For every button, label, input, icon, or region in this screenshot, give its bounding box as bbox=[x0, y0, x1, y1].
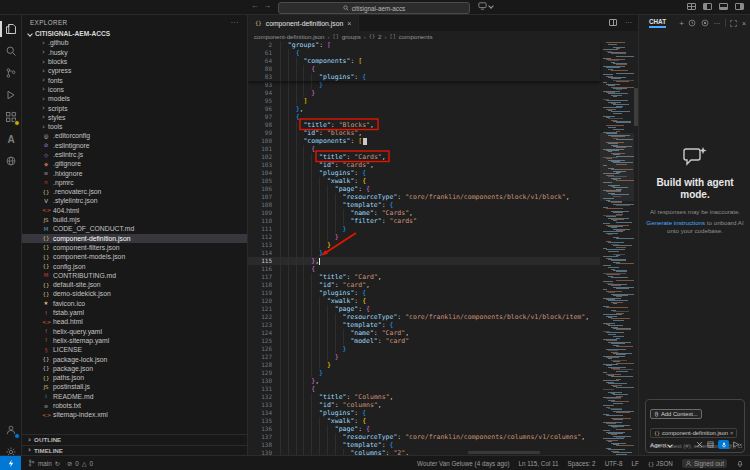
tree-file-package-lock.json[interactable]: {}package-lock.json bbox=[22, 354, 247, 363]
tree-folder-fonts[interactable]: ›fonts bbox=[22, 75, 247, 84]
close-panel-icon[interactable]: × bbox=[742, 20, 746, 27]
code-line-2[interactable]: 2"groups": [ bbox=[248, 41, 600, 49]
accounts-icon[interactable] bbox=[0, 420, 22, 440]
tree-file-CONTRIBUTING.md[interactable]: MCONTRIBUTING.md bbox=[22, 271, 247, 280]
code-line-98[interactable]: 98"title": "Blocks", bbox=[248, 121, 600, 129]
code-line-110[interactable]: 110"filter": "cards" bbox=[248, 217, 600, 225]
tree-file-sitemap-index.xml[interactable]: <>sitemap-index.xml bbox=[22, 410, 247, 419]
tree-file-component-models.json[interactable]: {}component-models.json bbox=[22, 252, 247, 261]
code-line-108[interactable]: 108"template": { bbox=[248, 201, 600, 209]
minimap-viewport[interactable] bbox=[600, 133, 634, 201]
code-line-114[interactable]: 114} bbox=[248, 249, 600, 257]
code-line-130[interactable]: 130}, bbox=[248, 377, 600, 385]
code-line-101[interactable]: 101{ bbox=[248, 145, 600, 153]
branch-status[interactable]: main ↻ bbox=[28, 459, 60, 467]
tree-file-LICENSE[interactable]: §LICENSE bbox=[22, 345, 247, 354]
code-line-116[interactable]: 116{ bbox=[248, 265, 600, 273]
blame-status[interactable]: Wouter Van Geluwe (4 days ago) bbox=[417, 460, 510, 467]
tree-folder-tools[interactable]: ›tools bbox=[22, 122, 247, 131]
add-context-button[interactable]: Add Context... bbox=[650, 409, 702, 419]
tree-file-default-site.json[interactable]: {}default-site.json bbox=[22, 280, 247, 289]
code-line-131[interactable]: 131{ bbox=[248, 385, 600, 393]
code-line-80[interactable]: 80{ bbox=[248, 65, 600, 73]
signed-out-status[interactable]: Signed out bbox=[682, 459, 727, 468]
tree-file-robots.txt[interactable]: ≡robots.txt bbox=[22, 401, 247, 410]
tree-file-component-filters.json[interactable]: {}component-filters.json bbox=[22, 243, 247, 252]
code-line-104[interactable]: 104"plugins": { bbox=[248, 169, 600, 177]
tree-file-.eslintrc.js[interactable]: ◇.eslintrc.js bbox=[22, 150, 247, 159]
code-line-100[interactable]: 100"components": [ bbox=[248, 137, 600, 145]
new-chat-icon[interactable]: + bbox=[679, 19, 684, 28]
tree-file-component-definition.json[interactable]: {}component-definition.json bbox=[22, 234, 247, 243]
code-line-127[interactable]: 127} bbox=[248, 353, 600, 361]
breadcrumb-item[interactable]: component-definition.json bbox=[254, 33, 325, 40]
code-line-61[interactable]: 61{ bbox=[248, 49, 600, 57]
code-line-117[interactable]: 117"title": "Card", bbox=[248, 273, 600, 281]
remote-explorer-activity-icon[interactable] bbox=[0, 151, 22, 171]
code-line-132[interactable]: 132"title": "Columns", bbox=[248, 393, 600, 401]
eol-status[interactable]: LF bbox=[631, 460, 638, 467]
chat-history-icon[interactable] bbox=[688, 19, 696, 27]
code-line-129[interactable]: 129} bbox=[248, 369, 600, 377]
tree-folder-blocks[interactable]: ›blocks bbox=[22, 57, 247, 66]
code-line-109[interactable]: 109"name": "Cards", bbox=[248, 209, 600, 217]
breadcrumb-item[interactable]: components bbox=[399, 33, 433, 40]
command-center-search[interactable]: citisignal-aem-accs bbox=[278, 2, 470, 14]
tree-folder-icons[interactable]: ›icons bbox=[22, 85, 247, 94]
chat-more-actions-icon[interactable]: ··· bbox=[713, 20, 720, 27]
code-line-111[interactable]: 111} bbox=[248, 225, 600, 233]
tree-folder-styles[interactable]: ›styles bbox=[22, 113, 247, 122]
generate-instructions-link[interactable]: Generate instructions bbox=[646, 219, 705, 226]
tree-file-demo-sidekick.json[interactable]: {}demo-sidekick.json bbox=[22, 289, 247, 298]
tree-root-folder[interactable]: CITISIGNAL-AEM-ACCS bbox=[22, 29, 247, 38]
code-line-102[interactable]: 102"title": "Cards", bbox=[248, 153, 600, 161]
tree-file-CODE_OF_CONDUCT.md[interactable]: MCODE_OF_CONDUCT.md bbox=[22, 224, 247, 233]
code-line-93[interactable]: 93} bbox=[248, 81, 600, 89]
code-line-113[interactable]: 113} bbox=[248, 241, 600, 249]
search-activity-icon[interactable] bbox=[0, 41, 22, 61]
tree-file-fstab.yaml[interactable]: !fstab.yaml bbox=[22, 308, 247, 317]
timeline-section-header[interactable]: › TIMELINE bbox=[22, 445, 247, 456]
code-line-112[interactable]: 112} bbox=[248, 233, 600, 241]
minimap[interactable] bbox=[600, 41, 634, 455]
source-control-activity-icon[interactable] bbox=[0, 63, 22, 83]
maximize-panel-icon[interactable] bbox=[730, 20, 737, 27]
tree-file-build.mjs[interactable]: JSbuild.mjs bbox=[22, 215, 247, 224]
code-line-107[interactable]: 107"resourceType": "core/franklin/compon… bbox=[248, 193, 600, 201]
explorer-activity-icon[interactable] bbox=[0, 19, 22, 39]
tree-file-package.json[interactable]: {}package.json bbox=[22, 364, 247, 373]
code-area[interactable]: 93}94}95]96},97{98"title": "Blocks",99"i… bbox=[248, 81, 600, 455]
toggle-primary-sidebar-icon[interactable] bbox=[703, 3, 712, 10]
notifications-bell-icon[interactable] bbox=[736, 459, 744, 467]
tab-component-definition[interactable]: {} component-definition.json × bbox=[248, 15, 359, 31]
tree-folder-.github[interactable]: ›.github bbox=[22, 38, 247, 47]
toggle-secondary-sidebar-icon[interactable] bbox=[735, 3, 744, 10]
tree-file-.gitignore[interactable]: ◆.gitignore bbox=[22, 159, 247, 168]
code-line-126[interactable]: 126} bbox=[248, 345, 600, 353]
problems-status[interactable]: ⊘ 0 △ 0 bbox=[67, 460, 93, 467]
code-line-103[interactable]: 103"id": "cards", bbox=[248, 161, 600, 169]
tree-file-.renovaterc.json[interactable]: {}.renovaterc.json bbox=[22, 187, 247, 196]
encoding-status[interactable]: UTF-8 bbox=[605, 460, 623, 467]
code-line-123[interactable]: 123"template": { bbox=[248, 321, 600, 329]
tab-close-icon[interactable]: × bbox=[347, 20, 351, 27]
extensions-activity-icon[interactable] bbox=[0, 107, 22, 127]
back-icon[interactable]: ← bbox=[251, 1, 259, 10]
code-line-105[interactable]: 105"xwalk": { bbox=[248, 177, 600, 185]
code-line-136[interactable]: 136"page": { bbox=[248, 425, 600, 433]
code-line-83[interactable]: 83"plugins": { bbox=[248, 73, 600, 81]
tree-file-.stylelintrc.json[interactable]: V.stylelintrc.json bbox=[22, 196, 247, 205]
code-line-138[interactable]: 138"template": { bbox=[248, 441, 600, 449]
code-line-96[interactable]: 96}, bbox=[248, 105, 600, 113]
azure-activity-icon[interactable]: A bbox=[0, 129, 22, 149]
code-line-94[interactable]: 94} bbox=[248, 89, 600, 97]
agent-sessions-icon[interactable] bbox=[701, 19, 709, 27]
remove-context-icon[interactable]: × bbox=[730, 430, 733, 436]
agent-mode-picker[interactable]: Agent bbox=[650, 441, 672, 448]
breadcrumb-item[interactable]: groups bbox=[342, 33, 361, 40]
voice-button[interactable] bbox=[718, 440, 729, 449]
tree-file-helix-sitemap.yaml[interactable]: !helix-sitemap.yaml bbox=[22, 336, 247, 345]
screencast-icon[interactable] bbox=[478, 2, 493, 10]
tree-file-.eslintignore[interactable]: ⊘.eslintignore bbox=[22, 141, 247, 150]
cursor-position-status[interactable]: Ln 115, Col 11 bbox=[519, 460, 559, 467]
